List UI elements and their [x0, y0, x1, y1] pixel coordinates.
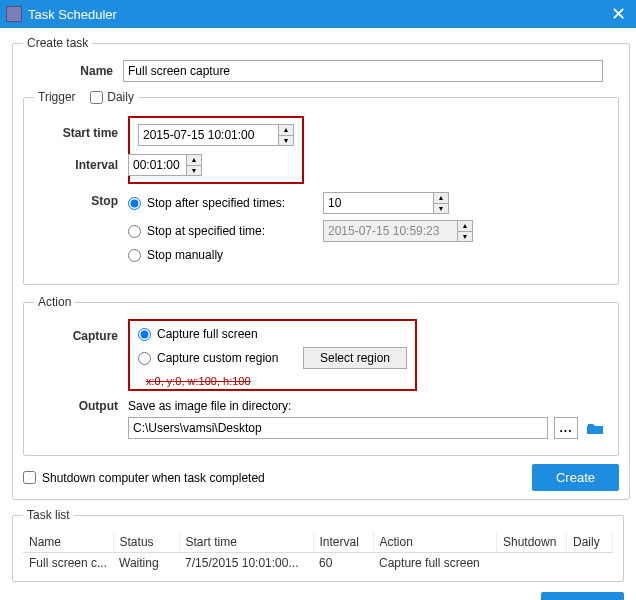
window-title: Task Scheduler — [28, 7, 117, 22]
spin-up-icon[interactable]: ▲ — [279, 125, 293, 135]
start-time-label: Start time — [34, 116, 128, 140]
stop-at-time-radio[interactable] — [128, 225, 141, 238]
browse-button[interactable]: ... — [554, 417, 578, 439]
select-region-button[interactable]: Select region — [303, 347, 407, 369]
spin-down-icon[interactable]: ▼ — [187, 165, 201, 175]
stop-at-time-label: Stop at specified time: — [147, 224, 297, 238]
titlebar: Task Scheduler ✕ — [0, 0, 636, 28]
output-path-input[interactable] — [128, 417, 548, 439]
create-task-group: Create task Name Trigger Daily Start tim… — [12, 36, 630, 500]
capture-full-radio[interactable] — [138, 328, 151, 341]
col-action[interactable]: Action — [373, 532, 496, 553]
col-status[interactable]: Status — [113, 532, 179, 553]
interval-spinner[interactable]: ▲▼ — [128, 154, 202, 176]
spin-up-icon[interactable]: ▲ — [187, 155, 201, 165]
capture-custom-label: Capture custom region — [157, 351, 297, 365]
stop-manually-radio[interactable] — [128, 249, 141, 262]
name-input[interactable] — [123, 60, 603, 82]
create-button[interactable]: Create — [532, 464, 619, 491]
time-highlight-box: ▲▼ Interval ▲▼ — [128, 116, 304, 184]
stop-after-times-radio[interactable] — [128, 197, 141, 210]
spin-down-icon[interactable]: ▼ — [279, 135, 293, 145]
stop-at-time-input[interactable] — [323, 220, 457, 242]
shutdown-label: Shutdown computer when task completed — [42, 471, 265, 485]
titlebar-left: Task Scheduler — [6, 6, 117, 22]
start-time-spinner[interactable]: ▲▼ — [138, 124, 294, 146]
app-icon — [6, 6, 22, 22]
task-list-group: Task list Name Status Start time Interva… — [12, 508, 624, 582]
ok-button[interactable]: OK — [541, 592, 624, 600]
action-group: Action Capture Capture full screen Captu… — [23, 295, 619, 456]
task-list-table: Name Status Start time Interval Action S… — [23, 532, 613, 573]
col-name[interactable]: Name — [23, 532, 113, 553]
col-start-time[interactable]: Start time — [179, 532, 313, 553]
name-label: Name — [23, 64, 123, 78]
stop-after-times-label: Stop after specified times: — [147, 196, 297, 210]
output-desc: Save as image file in directory: — [128, 399, 608, 413]
region-note: x:0, y:0, w:100, h:100 — [146, 375, 407, 387]
spin-down-icon[interactable]: ▼ — [458, 231, 472, 241]
spin-up-icon[interactable]: ▲ — [458, 221, 472, 231]
table-row[interactable]: Full screen c... Waiting 7/15/2015 10:01… — [23, 553, 613, 574]
table-header-row: Name Status Start time Interval Action S… — [23, 532, 613, 553]
daily-label: Daily — [107, 90, 134, 104]
capture-custom-radio[interactable] — [138, 352, 151, 365]
close-button[interactable]: ✕ — [604, 0, 632, 28]
shutdown-checkbox[interactable] — [23, 471, 36, 484]
open-folder-icon[interactable] — [584, 417, 608, 439]
stop-label: Stop — [34, 192, 128, 208]
trigger-group: Trigger Daily Start time ▲▼ — [23, 90, 619, 285]
capture-highlight-box: Capture full screen Capture custom regio… — [128, 319, 417, 391]
stop-times-spinner[interactable]: ▲▼ — [323, 192, 449, 214]
col-daily[interactable]: Daily — [567, 532, 613, 553]
trigger-legend: Trigger Daily — [34, 90, 138, 104]
shutdown-row[interactable]: Shutdown computer when task completed — [23, 471, 265, 485]
start-time-input[interactable] — [138, 124, 278, 146]
capture-label: Capture — [34, 319, 128, 343]
interval-label: Interval — [34, 158, 128, 172]
spin-down-icon[interactable]: ▼ — [434, 203, 448, 213]
stop-manually-label: Stop manually — [147, 248, 223, 262]
output-label: Output — [34, 399, 128, 413]
col-interval[interactable]: Interval — [313, 532, 373, 553]
spin-up-icon[interactable]: ▲ — [434, 193, 448, 203]
interval-input[interactable] — [128, 154, 186, 176]
task-list-legend: Task list — [23, 508, 74, 522]
daily-checkbox[interactable] — [90, 91, 103, 104]
col-shutdown[interactable]: Shutdown — [497, 532, 567, 553]
stop-times-input[interactable] — [323, 192, 433, 214]
create-task-legend: Create task — [23, 36, 92, 50]
stop-at-time-spinner[interactable]: ▲▼ — [323, 220, 473, 242]
capture-full-label: Capture full screen — [157, 327, 258, 341]
action-legend: Action — [34, 295, 75, 309]
